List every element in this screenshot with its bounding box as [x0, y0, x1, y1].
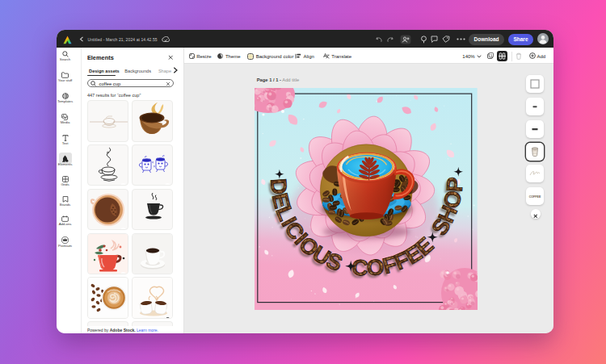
svg-text:COFFEE: COFFEE — [528, 195, 541, 199]
